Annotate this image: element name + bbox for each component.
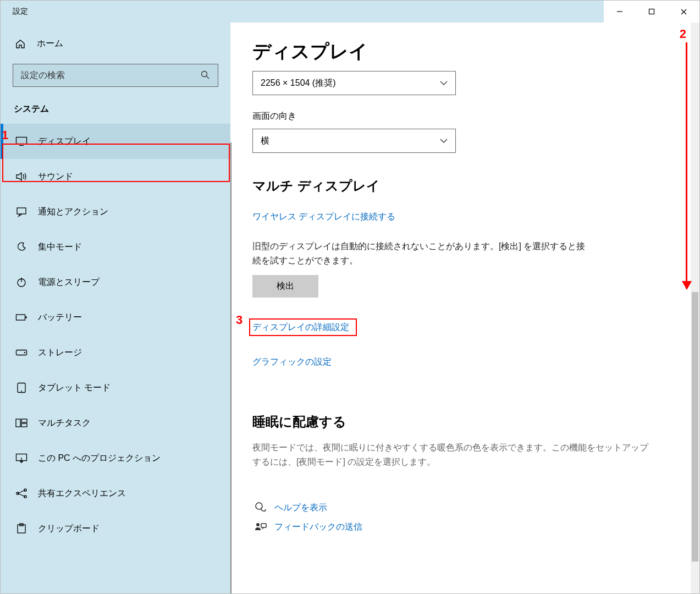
sidebar-item-label: 電源とスリープ — [38, 277, 100, 288]
search-icon — [200, 70, 210, 81]
page-title: ディスプレイ — [252, 39, 677, 64]
sound-icon — [15, 172, 28, 182]
svg-point-4 — [202, 71, 207, 76]
sleep-heading: 睡眠に配慮する — [252, 413, 677, 431]
notifications-icon — [15, 206, 28, 217]
sidebar-item-label: バッテリー — [38, 312, 82, 323]
orientation-value: 横 — [261, 135, 269, 147]
sidebar-item-label: 集中モード — [38, 241, 82, 253]
sidebar-item-display[interactable]: ディスプレイ — [1, 124, 230, 159]
svg-rect-1 — [649, 9, 654, 14]
sidebar-item-label: クリップボード — [38, 523, 100, 535]
svg-rect-6 — [16, 138, 27, 144]
svg-rect-17 — [16, 419, 20, 427]
feedback-link[interactable]: フィードバックの送信 — [274, 521, 362, 533]
annotation-number-2: 2 — [680, 27, 686, 41]
sidebar-item-power[interactable]: 電源とスリープ — [1, 265, 230, 300]
chevron-down-icon — [440, 137, 448, 145]
chevron-down-icon — [440, 79, 448, 87]
feedback-icon — [252, 522, 269, 533]
sidebar: ホーム システム ディスプレイ サウンド 通知とアクション — [1, 23, 230, 593]
sidebar-item-label: マルチタスク — [38, 417, 91, 429]
power-icon — [15, 277, 28, 288]
tablet-icon — [15, 382, 28, 393]
svg-point-14 — [24, 352, 26, 354]
multitask-icon — [15, 419, 28, 427]
resolution-value: 2256 × 1504 (推奨) — [261, 78, 336, 89]
clipboard-icon — [15, 523, 28, 534]
display-icon — [15, 136, 28, 146]
sidebar-item-notifications[interactable]: 通知とアクション — [1, 194, 230, 229]
sidebar-item-label: タブレット モード — [38, 382, 111, 394]
focus-icon — [15, 241, 28, 252]
multi-display-heading: マルチ ディスプレイ — [252, 177, 677, 195]
sidebar-item-tablet[interactable]: タブレット モード — [1, 370, 230, 405]
sidebar-item-projection[interactable]: この PC へのプロジェクション — [1, 441, 230, 476]
maximize-button[interactable] — [636, 1, 668, 23]
sidebar-item-clipboard[interactable]: クリップボード — [1, 511, 230, 546]
search-input[interactable] — [21, 70, 200, 80]
svg-line-5 — [207, 76, 210, 79]
home-label: ホーム — [37, 38, 63, 50]
help-row: ヘルプを表示 — [252, 502, 677, 514]
svg-rect-12 — [26, 316, 27, 318]
sidebar-item-shared[interactable]: 共有エクスペリエンス — [1, 476, 230, 511]
detect-description: 旧型のディスプレイは自動的に接続されないことがあります。[検出] を選択すると接… — [252, 239, 593, 267]
shared-icon — [15, 488, 28, 499]
svg-rect-8 — [17, 208, 26, 214]
sidebar-item-label: 共有エクスペリエンス — [38, 488, 126, 499]
sidebar-item-label: 通知とアクション — [38, 206, 108, 218]
sidebar-item-battery[interactable]: バッテリー — [1, 300, 230, 335]
svg-rect-11 — [16, 315, 25, 320]
wireless-connect-link[interactable]: ワイヤレス ディスプレイに接続する — [252, 211, 395, 223]
sidebar-item-sound[interactable]: サウンド — [1, 159, 230, 194]
projection-icon — [15, 453, 28, 463]
sidebar-item-label: サウンド — [38, 171, 73, 183]
close-button[interactable] — [668, 1, 699, 23]
svg-rect-30 — [261, 524, 266, 527]
storage-icon — [15, 349, 28, 356]
titlebar: 設定 — [1, 1, 699, 23]
graphics-settings-link[interactable]: グラフィックの設定 — [252, 356, 332, 368]
home-icon — [15, 38, 29, 50]
window-title: 設定 — [1, 7, 28, 16]
orientation-label: 画面の向き — [252, 111, 677, 122]
svg-rect-19 — [21, 424, 27, 427]
sleep-description: 夜間モードでは、夜間に眠りに付きやすくする暖色系の色を表示できます。この機能をセ… — [252, 441, 648, 469]
svg-rect-18 — [21, 419, 27, 422]
detect-button[interactable]: 検出 — [252, 275, 318, 298]
search-box[interactable] — [13, 64, 218, 87]
annotation-number-3: 3 — [236, 313, 242, 327]
annotation-arrow-2 — [686, 42, 687, 289]
svg-point-29 — [256, 523, 260, 526]
window-controls — [604, 1, 699, 23]
scrollbar-track[interactable] — [691, 23, 699, 593]
scrollbar-thumb[interactable] — [692, 292, 698, 562]
annotation-number-1: 1 — [2, 128, 8, 142]
sidebar-item-multitask[interactable]: マルチタスク — [1, 405, 230, 441]
help-icon — [252, 502, 269, 514]
sidebar-section-header: システム — [1, 99, 230, 124]
orientation-dropdown[interactable]: 横 — [252, 129, 456, 153]
sidebar-item-label: この PC へのプロジェクション — [38, 453, 161, 464]
svg-point-16 — [21, 391, 22, 392]
sidebar-item-focus[interactable]: 集中モード — [1, 229, 230, 265]
advanced-display-link[interactable]: ディスプレイの詳細設定 — [252, 322, 349, 333]
home-link[interactable]: ホーム — [1, 32, 230, 55]
content-pane: ディスプレイ 2256 × 1504 (推奨) 画面の向き 横 マルチ ディスプ… — [230, 23, 699, 593]
battery-icon — [15, 314, 28, 321]
feedback-row: フィードバックの送信 — [252, 521, 677, 533]
resolution-dropdown[interactable]: 2256 × 1504 (推奨) — [252, 71, 456, 95]
sidebar-item-label: ディスプレイ — [38, 136, 91, 147]
sidebar-item-label: ストレージ — [38, 347, 82, 359]
help-link[interactable]: ヘルプを表示 — [274, 502, 327, 514]
sidebar-item-storage[interactable]: ストレージ — [1, 335, 230, 370]
minimize-button[interactable] — [604, 1, 636, 23]
